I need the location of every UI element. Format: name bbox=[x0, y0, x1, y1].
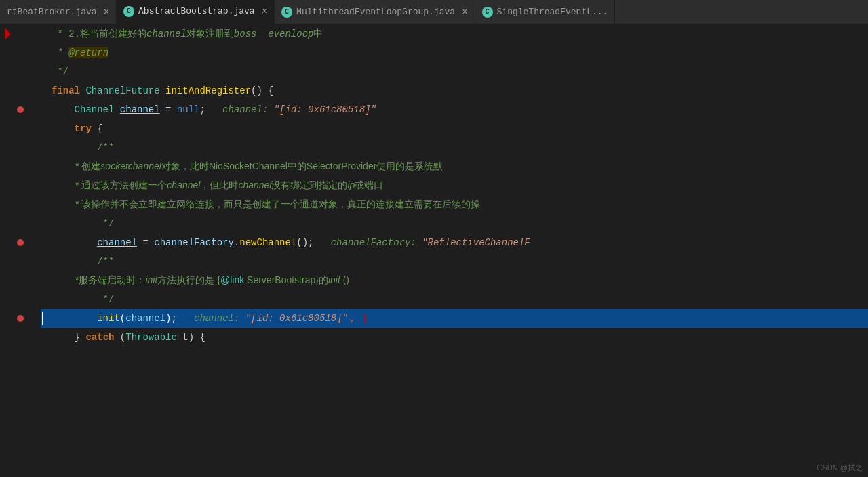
code-text-8: * 创建socketchannel对象，此时NioSocketChannel中的… bbox=[52, 161, 443, 173]
tab-label: MultithreadEventLoopGroup.java bbox=[296, 7, 455, 17]
code-line-1: * 2.将当前创建好的channel对象注册到boss evenloop中 bbox=[41, 24, 868, 43]
code-line-12: channel = channelFactory.newChannel(); c… bbox=[41, 233, 868, 252]
tab-close-icon[interactable]: × bbox=[462, 7, 467, 17]
code-line-4: final ChannelFuture initAndRegister() { bbox=[41, 81, 868, 100]
debug-dot-icon bbox=[16, 105, 25, 115]
code-text-16: init(channel); channel: "[id: 0x61c80518… bbox=[52, 313, 368, 324]
code-text-15: */ bbox=[52, 294, 114, 305]
code-line-15: */ bbox=[41, 290, 868, 309]
code-line-10: * 该操作并不会立即建立网络连接，而只是创建了一个通道对象，真正的连接建立需要在… bbox=[41, 195, 868, 214]
svg-point-0 bbox=[17, 106, 24, 113]
gutter-line-13 bbox=[0, 252, 41, 271]
tab-bar: rtBeatBroker.java × C AbstractBootstrap.… bbox=[0, 0, 868, 24]
gutter-line-10 bbox=[0, 195, 41, 214]
code-line-17: } catch (Throwable t) { bbox=[41, 328, 868, 347]
code-line-7: /** bbox=[41, 138, 868, 157]
code-line-13: /** bbox=[41, 252, 868, 271]
tab-type-icon: C bbox=[482, 7, 493, 18]
code-line-9: * 通过该方法创建一个channel，但此时channel没有绑定到指定的ip或… bbox=[41, 176, 868, 195]
text-cursor bbox=[42, 312, 43, 325]
code-line-6: try { bbox=[41, 119, 868, 138]
gutter-line-8 bbox=[0, 157, 41, 176]
tab-close-icon[interactable]: × bbox=[104, 7, 109, 17]
code-editor[interactable]: * 2.将当前创建好的channel对象注册到boss evenloop中 * … bbox=[41, 24, 868, 477]
code-text-9: * 通过该方法创建一个channel，但此时channel没有绑定到指定的ip或… bbox=[52, 180, 383, 192]
tab-type-icon: C bbox=[123, 6, 134, 17]
gutter-line-3 bbox=[0, 62, 41, 81]
tab-singlethreadevent[interactable]: C SingleThreadEventL... bbox=[475, 0, 616, 24]
breakpoint-arrow bbox=[5, 28, 11, 39]
gutter-line-17 bbox=[0, 328, 41, 347]
tab-type-icon: C bbox=[281, 7, 292, 18]
gutter-line-1 bbox=[0, 24, 41, 43]
code-line-8: * 创建socketchannel对象，此时NioSocketChannel中的… bbox=[41, 157, 868, 176]
code-line-14: *服务端启动时：init方法执行的是 {@link ServerBootstra… bbox=[41, 271, 868, 290]
debug-dot-icon-3 bbox=[16, 314, 25, 323]
code-line-3: */ bbox=[41, 62, 868, 81]
code-text-10: * 该操作并不会立即建立网络连接，而只是创建了一个通道对象，真正的连接建立需要在… bbox=[52, 199, 480, 211]
code-line-16: init(channel); channel: "[id: 0x61c80518… bbox=[41, 309, 868, 328]
tab-abstractbootstrap[interactable]: C AbstractBootstrap.java × bbox=[117, 0, 275, 24]
code-text-2: * @return bbox=[52, 47, 108, 58]
code-line-11: */ bbox=[41, 214, 868, 233]
gutter-line-5 bbox=[0, 100, 41, 119]
gutter-line-12 bbox=[0, 233, 41, 252]
code-text-12: channel = channelFactory.newChannel(); c… bbox=[52, 237, 530, 248]
tab-close-icon[interactable]: × bbox=[262, 7, 267, 16]
gutter-line-15 bbox=[0, 290, 41, 309]
tab-rtbeatbroker[interactable]: rtBeatBroker.java × bbox=[0, 0, 117, 24]
code-text-11: */ bbox=[52, 218, 114, 229]
line-gutter bbox=[0, 24, 41, 477]
tab-label: AbstractBootstrap.java bbox=[138, 6, 255, 16]
gutter-line-4 bbox=[0, 81, 41, 100]
code-text-4: final ChannelFuture initAndRegister() { bbox=[52, 85, 274, 96]
gutter-line-11 bbox=[0, 214, 41, 233]
tab-label: SingleThreadEventL... bbox=[497, 7, 608, 17]
svg-point-2 bbox=[17, 315, 24, 322]
code-text-13: /** bbox=[52, 256, 114, 267]
gutter-line-7 bbox=[0, 138, 41, 157]
tab-label: rtBeatBroker.java bbox=[7, 7, 97, 17]
editor-area: * 2.将当前创建好的channel对象注册到boss evenloop中 * … bbox=[0, 24, 868, 477]
gutter-line-14 bbox=[0, 271, 41, 290]
gutter-line-6 bbox=[0, 119, 41, 138]
code-text-7: /** bbox=[52, 142, 114, 153]
code-line-5: Channel channel = null; channel: "[id: 0… bbox=[41, 100, 868, 119]
gutter-line-9 bbox=[0, 176, 41, 195]
debug-dot-icon-2 bbox=[16, 238, 25, 247]
watermark: CSDN @拭之 bbox=[817, 463, 863, 473]
svg-point-1 bbox=[17, 239, 24, 246]
tab-multithreadeventloopgroup[interactable]: C MultithreadEventLoopGroup.java × bbox=[275, 0, 475, 24]
gutter-line-2 bbox=[0, 43, 41, 62]
gutter-line-16 bbox=[0, 309, 41, 328]
code-text-1: * 2.将当前创建好的channel对象注册到boss evenloop中 bbox=[52, 28, 323, 40]
code-text-17: } catch (Throwable t) { bbox=[52, 332, 205, 343]
code-text-5: Channel channel = null; channel: "[id: 0… bbox=[52, 104, 376, 115]
code-text-14: *服务端启动时：init方法执行的是 {@link ServerBootstra… bbox=[52, 274, 349, 287]
code-text-3: */ bbox=[52, 66, 68, 77]
code-line-2: * @return bbox=[41, 43, 868, 62]
code-text-6: try { bbox=[52, 123, 103, 134]
